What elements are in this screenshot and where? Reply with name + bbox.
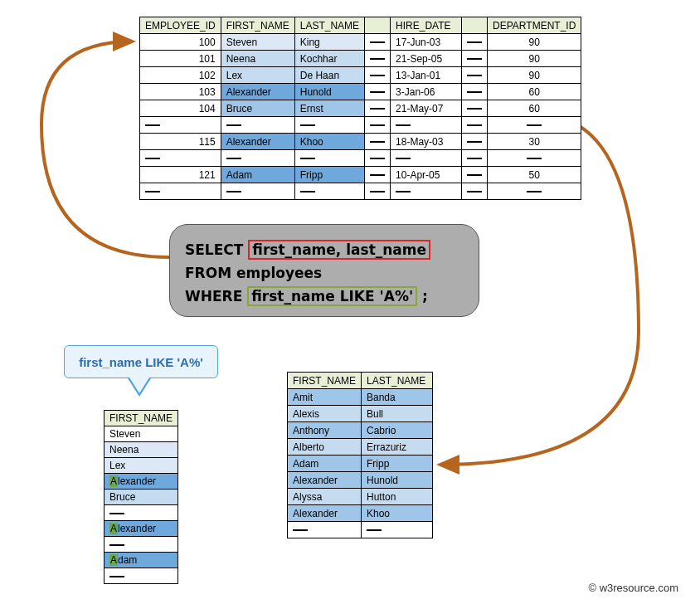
sql-line-from: FROM employees [185,261,464,285]
sql-where-kw: WHERE [185,288,242,304]
filter-callout: first_name LIKE 'A%' [64,345,218,378]
table-row: AlbertoErrazuriz [288,439,433,456]
table-row: 100StevenKing17-Jun-0390 [140,34,581,51]
table-row [105,568,178,584]
sql-line-where: WHERE first_name LIKE 'A%' ; [185,285,464,308]
table-row: Adam [105,553,178,568]
table-row: AnthonyCabrio [288,422,433,439]
table-row: 102LexDe Haan13-Jan-0190 [140,67,581,84]
col-first-name: FIRST_NAME [221,17,294,34]
col-gap-a [365,17,391,34]
table-row: Alexander [105,474,178,490]
col-hire-date: HIRE_DATE [391,17,462,34]
table-row [105,505,178,521]
sql-query-box: SELECT first_name, last_name FROM employ… [169,224,479,317]
query-result-table: FIRST_NAME LAST_NAME AmitBandaAlexisBull… [287,372,433,538]
table-row [288,522,433,538]
table-row: AdamFripp [288,456,433,472]
table-row: Neena [105,442,178,458]
table-row: AlexanderHunold [288,472,433,489]
table-row: 115AlexanderKhoo18-May-0330 [140,134,581,150]
sql-select-kw: SELECT [185,241,243,258]
res-col-last-name: LAST_NAME [362,373,433,389]
table-row: AlexanderKhoo [288,505,433,522]
col-employee-id: EMPLOYEE_ID [140,17,221,34]
col-dept-id: DEPARTMENT_ID [488,17,581,34]
table-row: 103AlexanderHunold3-Jan-0660 [140,84,581,100]
callout-pointer-icon-inner [129,378,149,393]
copyright-text: © w3resource.com [588,582,678,594]
table-row: 104BruceErnst21-May-0760 [140,100,581,117]
table-row: 101NeenaKochhar21-Sep-0590 [140,51,581,67]
res-col-first-name: FIRST_NAME [288,373,362,389]
employees-source-table: EMPLOYEE_ID FIRST_NAME LAST_NAME HIRE_DA… [139,17,581,200]
col-gap-b [462,17,488,34]
table-row: Lex [105,458,178,474]
table-row: 121AdamFripp10-Apr-0550 [140,167,581,183]
table-row [140,117,581,134]
firstname-filter-table: FIRST_NAME StevenNeenaLexAlexanderBruceA… [104,410,178,584]
sql-select-columns: first_name, last_name [248,240,430,260]
sql-line-select: SELECT first_name, last_name [185,238,464,261]
table-row: AmitBanda [288,389,433,406]
sql-terminator: ; [417,288,428,304]
table-row [140,150,581,167]
sql-where-cond: first_name LIKE 'A%' [247,286,417,306]
table-row: Bruce [105,490,178,505]
table-row: Alexander [105,521,178,537]
table-row: Steven [105,426,178,442]
table-row [105,537,178,553]
col-last-name: LAST_NAME [294,17,364,34]
table-row [140,183,581,200]
table-row: AlyssaHutton [288,489,433,505]
fn-col-header: FIRST_NAME [105,411,178,426]
table-header-row: EMPLOYEE_ID FIRST_NAME LAST_NAME HIRE_DA… [140,17,581,34]
table-row: AlexisBull [288,406,433,422]
